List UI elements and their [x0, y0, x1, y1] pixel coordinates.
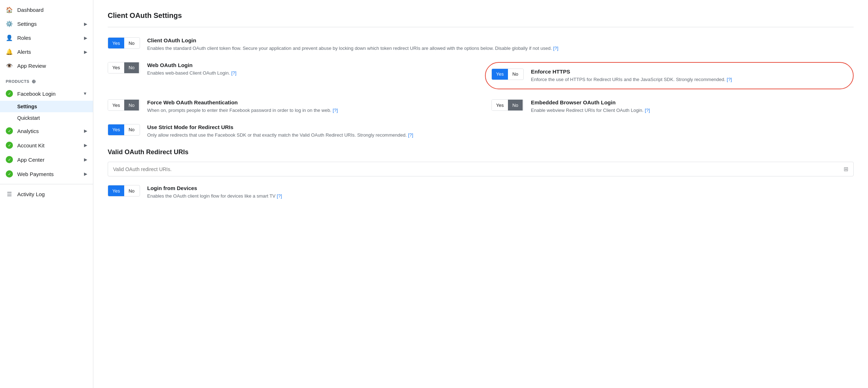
list-icon: ☰	[6, 191, 13, 198]
toggle-yes-login-devices[interactable]: Yes	[108, 185, 124, 196]
chevron-alerts-icon: ▶	[84, 49, 87, 55]
sidebar-subitem-fb-settings[interactable]: Settings	[0, 101, 93, 112]
gear-icon: ⚙️	[6, 20, 13, 27]
sidebar-label-app-center: App Center	[17, 157, 45, 163]
sidebar-label-alerts: Alerts	[17, 49, 31, 55]
sidebar-item-alerts[interactable]: 🔔 Alerts ▶	[0, 45, 93, 59]
setting-row-client-oauth: Yes No Client OAuth Login Enables the st…	[108, 37, 854, 52]
setting-info-client-oauth: Client OAuth Login Enables the standard …	[147, 37, 854, 52]
setting-title-login-devices: Login from Devices	[147, 185, 854, 191]
toggle-no-embedded-browser[interactable]: No	[508, 100, 523, 110]
sidebar-label-account-kit: Account Kit	[17, 142, 45, 148]
setting-desc-strict-mode: Only allow redirects that use the Facebo…	[147, 132, 854, 139]
setting-info-enforce-https: Enforce HTTPS Enforce the use of HTTPS f…	[531, 68, 847, 83]
sidebar-label-dashboard: Dashboard	[17, 7, 43, 13]
setting-desc-embedded-browser: Enable webview Redirect URIs for Client …	[531, 107, 854, 114]
sidebar-label-settings: Settings	[17, 21, 37, 27]
toggle-embedded-browser[interactable]: Yes No	[491, 99, 524, 111]
toggle-no-login-devices[interactable]: No	[124, 185, 139, 196]
chevron-facebook-login-icon: ▼	[83, 91, 87, 96]
products-section-label: PRODUCTS ⊕	[0, 73, 93, 86]
toggle-yes-client-oauth[interactable]: Yes	[108, 38, 124, 48]
setting-desc-force-web-oauth: When on, prompts people to enter their F…	[147, 107, 470, 114]
eye-icon: 👁️	[6, 62, 13, 69]
help-link-strict-mode[interactable]: [?]	[408, 132, 413, 138]
content-card: Client OAuth Settings Yes No Client OAut…	[93, 0, 868, 388]
setting-info-embedded-browser: Embedded Browser OAuth Login Enable webv…	[531, 99, 854, 114]
chevron-app-center-icon: ▶	[84, 157, 87, 162]
sidebar-item-dashboard[interactable]: 🏠 Dashboard	[0, 3, 93, 17]
check-circle-app-center-icon: ✓	[6, 156, 13, 163]
setting-title-enforce-https: Enforce HTTPS	[531, 68, 847, 75]
sidebar-label-analytics: Analytics	[17, 128, 39, 134]
sidebar-item-account-kit[interactable]: ✓ Account Kit ▶	[0, 138, 93, 152]
toggle-no-client-oauth[interactable]: No	[124, 38, 139, 48]
check-circle-account-kit-icon: ✓	[6, 142, 13, 149]
setting-title-web-oauth: Web OAuth Login	[147, 62, 463, 68]
valid-oauth-section-title: Valid OAuth Redirect URIs	[108, 148, 854, 156]
toggle-yes-embedded-browser[interactable]: Yes	[492, 100, 508, 110]
sidebar-item-web-payments[interactable]: ✓ Web Payments ▶	[0, 167, 93, 181]
sidebar-label-facebook-login: Facebook Login	[17, 91, 56, 97]
toggle-no-enforce-https[interactable]: No	[508, 69, 523, 80]
setting-row-login-devices: Yes No Login from Devices Enables the OA…	[108, 185, 854, 200]
bell-icon: 🔔	[6, 48, 13, 55]
sidebar-item-app-review[interactable]: 👁️ App Review	[0, 59, 93, 73]
toggle-yes-force-web-oauth[interactable]: Yes	[108, 100, 124, 110]
sidebar-label-app-review: App Review	[17, 63, 46, 69]
toggle-no-web-oauth[interactable]: No	[124, 62, 139, 73]
sidebar-subitem-fb-quickstart[interactable]: Quickstart	[0, 112, 93, 124]
home-icon: 🏠	[6, 6, 13, 13]
help-link-web-oauth[interactable]: [?]	[231, 70, 236, 76]
setting-desc-web-oauth: Enables web-based Client OAuth Login. [?…	[147, 70, 463, 77]
toggle-no-force-web-oauth[interactable]: No	[124, 100, 139, 110]
roles-icon: 👤	[6, 34, 13, 41]
setting-title-force-web-oauth: Force Web OAuth Reauthentication	[147, 99, 470, 105]
chevron-analytics-icon: ▶	[84, 128, 87, 133]
setting-title-client-oauth: Client OAuth Login	[147, 37, 854, 43]
check-circle-analytics-icon: ✓	[6, 127, 13, 134]
sidebar-item-roles[interactable]: 👤 Roles ▶	[0, 31, 93, 45]
setting-desc-enforce-https: Enforce the use of HTTPS for Redirect UR…	[531, 76, 847, 83]
setting-col-embedded-browser: Yes No Embedded Browser OAuth Login Enab…	[491, 99, 854, 114]
sidebar-divider	[0, 184, 93, 184]
help-link-enforce-https[interactable]: [?]	[727, 77, 732, 82]
toggle-client-oauth[interactable]: Yes No	[108, 37, 140, 49]
setting-info-strict-mode: Use Strict Mode for Redirect URIs Only a…	[147, 124, 854, 139]
setting-title-strict-mode: Use Strict Mode for Redirect URIs	[147, 124, 854, 130]
add-product-button[interactable]: ⊕	[32, 79, 36, 84]
chevron-roles-icon: ▶	[84, 36, 87, 41]
setting-two-col-row3: Yes No Force Web OAuth Reauthentication …	[108, 99, 854, 114]
sidebar-item-facebook-login[interactable]: ✓ Facebook Login ▼	[0, 86, 93, 101]
toggle-force-web-oauth[interactable]: Yes No	[108, 99, 140, 111]
sidebar-item-activity-log[interactable]: ☰ Activity Log	[0, 187, 93, 201]
check-circle-icon: ✓	[6, 90, 13, 97]
help-link-client-oauth[interactable]: [?]	[553, 46, 558, 51]
toggle-no-strict-mode[interactable]: No	[124, 124, 139, 135]
chevron-account-kit-icon: ▶	[84, 143, 87, 148]
toggle-login-devices[interactable]: Yes No	[108, 185, 140, 197]
sidebar-item-app-center[interactable]: ✓ App Center ▶	[0, 152, 93, 167]
sidebar-item-settings[interactable]: ⚙️ Settings ▶	[0, 17, 93, 31]
uri-input[interactable]	[113, 166, 844, 172]
chevron-settings-icon: ▶	[84, 22, 87, 27]
toggle-yes-strict-mode[interactable]: Yes	[108, 124, 124, 135]
toggle-yes-web-oauth[interactable]: Yes	[108, 62, 124, 73]
table-icon: ⊞	[844, 166, 848, 172]
chevron-web-payments-icon: ▶	[84, 171, 87, 176]
setting-two-col-row2: Yes No Web OAuth Login Enables web-based…	[108, 62, 854, 90]
check-circle-web-payments-icon: ✓	[6, 170, 13, 178]
toggle-web-oauth[interactable]: Yes No	[108, 62, 140, 74]
toggle-strict-mode[interactable]: Yes No	[108, 124, 140, 136]
main-content: Client OAuth Settings Yes No Client OAut…	[93, 0, 868, 388]
uri-input-container[interactable]: ⊞	[108, 162, 854, 176]
toggle-yes-enforce-https[interactable]: Yes	[492, 69, 508, 80]
page-title: Client OAuth Settings	[108, 11, 854, 27]
help-link-embedded-browser[interactable]: [?]	[645, 108, 650, 113]
help-link-login-devices[interactable]: [?]	[277, 193, 282, 199]
setting-col-force-web-oauth: Yes No Force Web OAuth Reauthentication …	[108, 99, 470, 114]
setting-info-web-oauth: Web OAuth Login Enables web-based Client…	[147, 62, 463, 77]
sidebar-item-analytics[interactable]: ✓ Analytics ▶	[0, 124, 93, 138]
help-link-force-web-oauth[interactable]: [?]	[333, 108, 338, 113]
toggle-enforce-https[interactable]: Yes No	[491, 68, 524, 80]
